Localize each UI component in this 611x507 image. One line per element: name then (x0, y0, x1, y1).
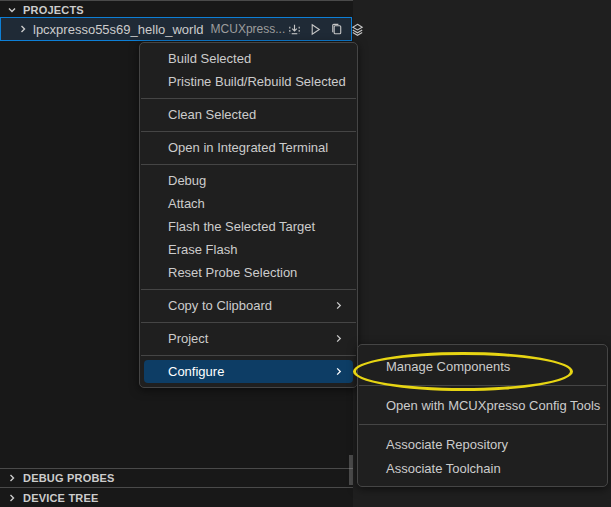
submenu-arrow-icon (334, 301, 343, 310)
menu-item-label: Open in Integrated Terminal (168, 140, 328, 155)
menu-item-label: Build Selected (168, 51, 251, 66)
menu-item-attach[interactable]: Attach (144, 192, 353, 215)
menu-separator (359, 385, 606, 386)
layers-icon[interactable] (348, 20, 366, 38)
submenu-arrow-icon (334, 367, 343, 376)
menu-item-label: Copy to Clipboard (168, 298, 272, 313)
menu-item-clean-selected[interactable]: Clean Selected (144, 103, 353, 126)
menu-item-label: Flash the Selected Target (168, 219, 315, 234)
menu-item-label: Project (168, 331, 208, 346)
project-row-actions (285, 20, 366, 38)
menu-separator (359, 424, 606, 425)
menu-item-label: Manage Components (386, 359, 510, 374)
menu-item-configure[interactable]: Configure (144, 360, 353, 383)
menu-separator (141, 98, 356, 99)
menu-item-label: Configure (168, 364, 224, 379)
menu-item-label: Erase Flash (168, 242, 237, 257)
project-description: MCUXpress... (211, 22, 286, 36)
project-row[interactable]: lpcxpresso55s69_hello_world MCUXpress... (0, 17, 352, 41)
menu-item-label: Associate Toolchain (386, 461, 501, 476)
menu-item-label: Pristine Build/Rebuild Selected (168, 74, 346, 89)
menu-item-label: Open with MCUXpresso Config Tools (386, 398, 600, 413)
menu-item-copy-to-clipboard[interactable]: Copy to Clipboard (144, 294, 353, 317)
menu-item-debug[interactable]: Debug (144, 169, 353, 192)
menu-item-label: Debug (168, 173, 206, 188)
build-download-icon[interactable] (285, 20, 303, 38)
mcuxpresso-vscode-sidebar-screenshot: PROJECTS lpcxpresso55s69_hello_world MCU… (0, 0, 611, 507)
projects-section-header[interactable]: PROJECTS (0, 0, 353, 18)
menu-item-open-integrated-terminal[interactable]: Open in Integrated Terminal (144, 136, 353, 159)
menu-item-flash-selected-target[interactable]: Flash the Selected Target (144, 215, 353, 238)
menu-item-label: Reset Probe Selection (168, 265, 297, 280)
debug-play-icon[interactable] (306, 20, 324, 38)
project-context-menu: Build Selected Pristine Build/Rebuild Se… (139, 42, 358, 388)
device-tree-header-label: DEVICE TREE (23, 492, 99, 504)
projects-header-label: PROJECTS (23, 4, 84, 16)
device-tree-section-header[interactable]: DEVICE TREE (0, 487, 353, 507)
menu-item-label: Clean Selected (168, 107, 256, 122)
menu-item-label: Associate Repository (386, 437, 508, 452)
menu-item-project[interactable]: Project (144, 327, 353, 350)
menu-item-pristine-rebuild[interactable]: Pristine Build/Rebuild Selected (144, 70, 353, 93)
chevron-right-icon (7, 493, 17, 503)
debug-probes-section-header[interactable]: DEBUG PROBES (0, 468, 353, 487)
menu-item-build-selected[interactable]: Build Selected (144, 47, 353, 70)
chevron-right-icon (18, 24, 28, 34)
submenu-arrow-icon (334, 334, 343, 343)
menu-item-label: Attach (168, 196, 205, 211)
menu-item-associate-repository[interactable]: Associate Repository (362, 432, 603, 456)
debug-probes-header-label: DEBUG PROBES (23, 472, 115, 484)
menu-item-open-with-config-tools[interactable]: Open with MCUXpresso Config Tools (362, 393, 603, 417)
copy-icon[interactable] (327, 20, 345, 38)
menu-separator (141, 131, 356, 132)
chevron-right-icon (7, 473, 17, 483)
menu-separator (141, 289, 356, 290)
menu-item-manage-components[interactable]: Manage Components (362, 354, 603, 378)
chevron-down-icon (7, 5, 17, 15)
project-name: lpcxpresso55s69_hello_world (33, 22, 204, 37)
menu-item-reset-probe-selection[interactable]: Reset Probe Selection (144, 261, 353, 284)
menu-separator (141, 355, 356, 356)
menu-item-associate-toolchain[interactable]: Associate Toolchain (362, 456, 603, 480)
menu-item-erase-flash[interactable]: Erase Flash (144, 238, 353, 261)
menu-separator (141, 322, 356, 323)
configure-submenu: Manage Components Open with MCUXpresso C… (357, 344, 608, 487)
menu-separator (141, 164, 356, 165)
